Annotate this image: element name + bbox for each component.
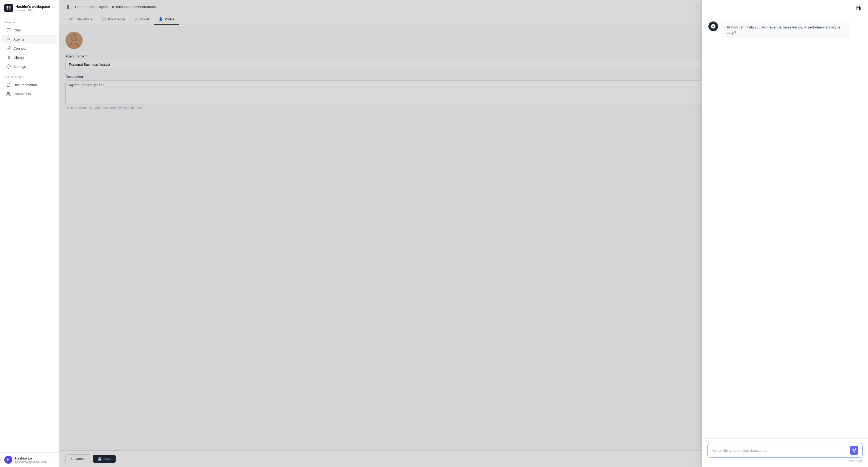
svg-rect-0	[7, 6, 8, 8]
sidebar-item-agents-label: Agents	[13, 37, 24, 41]
user-name: Hashim Ea	[15, 456, 47, 460]
svg-rect-1	[9, 6, 11, 8]
sidebar: Hashim's workspace Premium Plan ⌃ Genera…	[0, 0, 59, 467]
chat-input-row	[707, 443, 863, 458]
help-section-label: Help & Support	[0, 71, 59, 80]
sidebar-item-documentation-label: Documentation	[13, 83, 37, 87]
sidebar-nav: General Chat Agents	[0, 17, 59, 452]
svg-point-12	[7, 92, 8, 94]
chat-header: Hi	[702, 0, 868, 16]
sidebar-item-library[interactable]: Library	[2, 53, 57, 62]
connect-icon	[6, 46, 11, 51]
workspace-name: Hashim's workspace	[16, 5, 50, 8]
chat-title: Hi	[856, 5, 862, 11]
agents-icon	[6, 37, 11, 41]
chat-input[interactable]	[712, 448, 848, 453]
sidebar-item-agents[interactable]: Agents	[2, 35, 57, 43]
chat-send-button[interactable]	[850, 446, 858, 455]
sidebar-item-documentation[interactable]: Documentation	[2, 81, 57, 89]
doc-icon	[6, 83, 11, 87]
sidebar-item-connect[interactable]: Connect	[2, 44, 57, 53]
user-chevron-icon[interactable]: ⌃	[51, 458, 55, 462]
sidebar-item-community-label: Community	[13, 92, 31, 96]
user-email: hashimea@outlook.com	[15, 460, 47, 464]
char-count: 128 / 5000	[707, 460, 863, 463]
svg-rect-3	[9, 8, 11, 10]
user-info[interactable]: H Hashim Ea hashimea@outlook.com	[4, 456, 47, 464]
community-icon	[6, 92, 11, 96]
chat-icon	[6, 28, 11, 32]
workspace-logo	[4, 4, 13, 12]
svg-point-11	[8, 66, 9, 67]
general-section-label: General	[0, 17, 59, 26]
bot-avatar	[708, 22, 718, 31]
sidebar-item-settings-label: Settings	[13, 65, 26, 69]
user-details: Hashim Ea hashimea@outlook.com	[15, 456, 47, 464]
sidebar-item-connect-label: Connect	[13, 47, 26, 51]
svg-point-4	[8, 38, 9, 39]
sidebar-header: Hashim's workspace Premium Plan ⌃	[0, 0, 59, 17]
main-content: Home › app › agent › 67a9af38a09f86f586b…	[59, 0, 868, 467]
workspace-details: Hashim's workspace Premium Plan	[16, 5, 50, 12]
sidebar-footer: H Hashim Ea hashimea@outlook.com ⌃	[0, 452, 59, 467]
message-row: Hi! How can I help you with revenue, sal…	[708, 22, 862, 38]
settings-icon	[6, 64, 11, 69]
workspace-chevron-icon[interactable]: ⌃	[51, 6, 55, 10]
avatar: H	[4, 456, 12, 464]
sidebar-item-chat[interactable]: Chat	[2, 26, 57, 34]
sidebar-item-settings[interactable]: Settings	[2, 62, 57, 71]
chat-messages: Hi! How can I help you with revenue, sal…	[702, 16, 868, 438]
svg-rect-2	[7, 8, 8, 10]
sidebar-item-library-label: Library	[13, 56, 24, 60]
sidebar-item-chat-label: Chat	[13, 28, 21, 32]
message-bubble: Hi! How can I help you with revenue, sal…	[721, 22, 850, 38]
workspace-plan: Premium Plan	[16, 8, 50, 12]
workspace-info[interactable]: Hashim's workspace Premium Plan	[4, 4, 50, 12]
chat-footer: 128 / 5000	[702, 438, 868, 467]
sidebar-item-community[interactable]: Community	[2, 90, 57, 98]
library-icon	[6, 55, 11, 60]
chat-panel: Hi Hi! How can I help you with revenue, …	[702, 0, 868, 467]
